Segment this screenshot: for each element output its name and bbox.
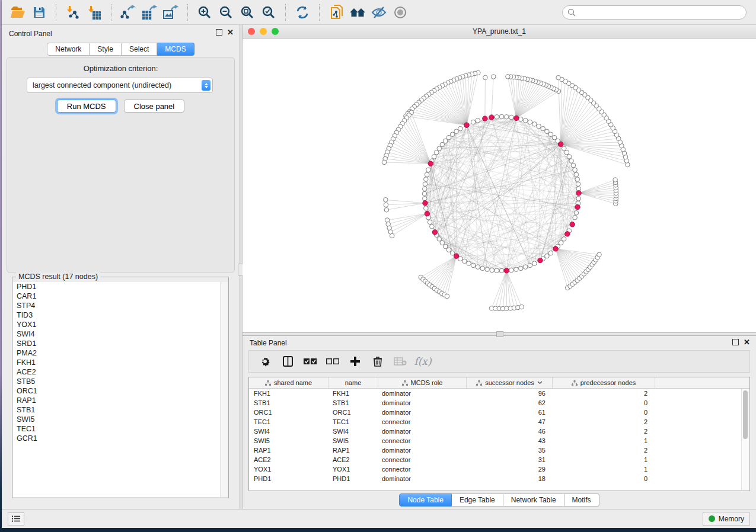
mcds-hub-node[interactable] — [454, 254, 458, 258]
network-node[interactable] — [384, 203, 388, 207]
network-node[interactable] — [422, 191, 427, 196]
refresh-network-icon[interactable] — [292, 3, 312, 22]
network-node[interactable] — [562, 146, 566, 151]
network-node[interactable] — [491, 75, 496, 79]
network-node[interactable] — [423, 187, 428, 191]
tab-style[interactable]: Style — [90, 43, 122, 56]
mcds-hub-node[interactable] — [570, 222, 575, 227]
select-all-icon[interactable] — [299, 352, 321, 370]
network-node[interactable] — [424, 177, 429, 182]
column-header-MCDS-role[interactable]: MCDS role — [378, 377, 467, 388]
network-node[interactable] — [467, 261, 471, 266]
network-node[interactable] — [519, 305, 524, 309]
network-node[interactable] — [576, 182, 580, 187]
network-node[interactable] — [446, 248, 451, 252]
table-row[interactable]: SWI5SWI5connector431 — [249, 436, 749, 446]
mcds-result-item[interactable]: TID3 — [13, 310, 228, 320]
zoom-selected-icon[interactable] — [259, 3, 279, 22]
network-node[interactable] — [437, 146, 442, 151]
mcds-result-item[interactable]: RAP1 — [13, 396, 228, 405]
mcds-result-item[interactable]: STB5 — [13, 377, 228, 386]
mcds-hub-node[interactable] — [553, 246, 558, 251]
network-node[interactable] — [430, 225, 435, 229]
hide-selected-icon[interactable] — [369, 3, 389, 22]
column-header-predecessor-nodes[interactable]: predecessor nodes — [553, 377, 655, 388]
network-node[interactable] — [445, 294, 449, 299]
network-node[interactable] — [454, 129, 459, 134]
table-row[interactable]: SWI4SWI4dominator462 — [249, 427, 749, 436]
mcds-hub-node[interactable] — [425, 211, 429, 216]
float-panel-icon[interactable] — [216, 29, 222, 36]
network-node[interactable] — [571, 163, 576, 168]
network-node[interactable] — [552, 135, 557, 140]
show-all-icon[interactable] — [390, 3, 410, 22]
network-node[interactable] — [564, 150, 569, 155]
network-node[interactable] — [480, 266, 485, 271]
network-node[interactable] — [476, 265, 480, 270]
mcds-result-item[interactable]: SWI4 — [13, 329, 228, 339]
network-node[interactable] — [575, 177, 580, 182]
memory-button[interactable]: Memory — [703, 512, 750, 526]
mcds-hub-node[interactable] — [483, 116, 487, 121]
network-node[interactable] — [446, 135, 451, 140]
table-row[interactable]: ACE2ACE2connector311 — [249, 455, 749, 464]
mcds-hub-node[interactable] — [558, 142, 563, 146]
network-node[interactable] — [532, 261, 537, 266]
table-row[interactable]: YOX1YOX1connector291 — [249, 464, 749, 474]
network-node[interactable] — [528, 263, 532, 268]
network-node[interactable] — [499, 114, 504, 119]
network-node[interactable] — [384, 208, 389, 213]
table-row[interactable]: FKH1FKH1dominator962 — [249, 389, 749, 398]
mcds-result-item[interactable]: YOX1 — [13, 320, 228, 329]
reset-views-icon[interactable] — [347, 3, 368, 22]
minimize-window-icon[interactable] — [260, 28, 267, 35]
table-row[interactable]: PHD1PHD1dominator180 — [249, 474, 749, 483]
network-view[interactable] — [243, 39, 756, 332]
close-panel-icon[interactable]: ✕ — [227, 30, 234, 36]
mcds-hub-node[interactable] — [464, 123, 469, 127]
network-node[interactable] — [548, 132, 553, 137]
table-row[interactable]: STB1STB1dominator620 — [249, 398, 749, 408]
network-node[interactable] — [509, 115, 514, 120]
network-node[interactable] — [532, 122, 537, 127]
mcds-result-item[interactable]: SRD1 — [13, 339, 228, 348]
network-node[interactable] — [528, 120, 532, 124]
network-node[interactable] — [390, 233, 394, 238]
network-node[interactable] — [443, 244, 448, 249]
float-table-panel-icon[interactable] — [732, 339, 739, 345]
mcds-result-item[interactable]: ORC1 — [13, 386, 228, 396]
network-node[interactable] — [509, 268, 514, 273]
close-panel-button[interactable]: Close panel — [124, 100, 185, 113]
import-network-icon[interactable] — [63, 3, 83, 22]
network-node[interactable] — [495, 268, 499, 273]
close-window-icon[interactable] — [248, 28, 255, 35]
network-node[interactable] — [490, 268, 495, 273]
network-node[interactable] — [573, 168, 578, 172]
mcds-result-item[interactable]: PHD1 — [13, 282, 228, 291]
zoom-fit-icon[interactable] — [237, 3, 257, 22]
zoom-in-icon[interactable] — [194, 3, 215, 22]
network-node[interactable] — [597, 252, 602, 257]
network-node[interactable] — [443, 139, 448, 143]
task-list-icon[interactable] — [8, 512, 24, 525]
network-node[interactable] — [545, 129, 550, 134]
network-node[interactable] — [382, 160, 387, 165]
network-node[interactable] — [506, 75, 511, 79]
network-canvas[interactable] — [243, 39, 756, 333]
save-session-icon[interactable] — [29, 3, 49, 22]
column-header-successor-nodes[interactable]: successor nodes — [467, 377, 553, 388]
table-row[interactable]: TEC1TEC1connector472 — [249, 417, 749, 427]
network-node[interactable] — [559, 241, 563, 245]
network-node[interactable] — [485, 267, 490, 272]
tab-network[interactable]: Network — [47, 43, 90, 56]
apply-function-icon[interactable]: f(x) — [412, 352, 434, 370]
network-node[interactable] — [556, 75, 561, 80]
network-node[interactable] — [440, 142, 445, 147]
table-row[interactable]: RAP1RAP1dominator352 — [249, 446, 749, 455]
network-node[interactable] — [573, 215, 578, 220]
share-document-icon[interactable] — [326, 3, 346, 22]
mcds-hub-node[interactable] — [432, 230, 437, 235]
criterion-select[interactable]: largest connected component (undirected) — [27, 78, 213, 93]
network-node[interactable] — [504, 115, 509, 120]
network-node[interactable] — [426, 168, 431, 172]
